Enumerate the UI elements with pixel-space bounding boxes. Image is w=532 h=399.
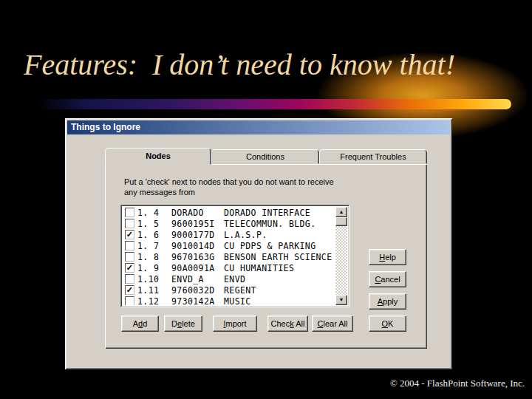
node-name: CU HUMANITIES [224, 263, 335, 273]
clear-all-button[interactable]: Clear All [312, 316, 353, 332]
tab-nodes-label: Nodes [146, 151, 171, 160]
list-item[interactable]: ✓ 1.11 9760032D REGENT [123, 284, 335, 296]
checkbox-checked[interactable]: ✓ [125, 285, 134, 295]
list-item[interactable]: 1.10 ENVD_A ENVD [123, 273, 335, 284]
node-number: 1. 5 [137, 219, 171, 229]
checkbox[interactable] [125, 296, 134, 305]
node-name: ENVD [224, 274, 335, 284]
checkbox[interactable] [125, 208, 134, 217]
node-number: 1. 4 [137, 208, 171, 218]
dialog-titlebar: Things to Ignore [67, 120, 450, 134]
node-number: 1.10 [137, 274, 171, 284]
checkbox[interactable] [125, 274, 134, 284]
tab-conditions[interactable]: Conditions [211, 149, 319, 164]
dialog-title: Things to Ignore [71, 122, 140, 132]
checkbox[interactable] [125, 241, 134, 250]
node-code: 9670163G [171, 252, 224, 262]
node-number: 1.12 [137, 296, 171, 306]
list-item[interactable]: ✓ 1. 9 90A0091A CU HUMANITIES [123, 262, 335, 273]
apply-button[interactable]: Apply [369, 293, 406, 310]
list-item[interactable]: 1. 8 9670163G BENSON EARTH SCIENCE [123, 251, 335, 262]
node-rows: 1. 4 DORADO DORADO INTERFACE 1. 5 960019… [123, 207, 335, 305]
node-name: L.A.S.P. [224, 230, 335, 240]
list-item[interactable]: 1. 5 9600195I TELECOMMUN. BLDG. [123, 218, 335, 229]
node-number: 1. 7 [137, 241, 171, 251]
import-button[interactable]: Import [213, 316, 257, 332]
check-all-button[interactable]: Check All [267, 316, 308, 332]
tab-frequent-troubles-label: Frequent Troubles [340, 152, 406, 161]
scroll-down-icon[interactable]: ▼ [335, 295, 347, 305]
checkbox-checked[interactable]: ✓ [125, 263, 134, 273]
node-code: 9730142A [171, 296, 224, 306]
instruction-line-1: Put a 'check' next to nodes that you do … [124, 177, 375, 187]
things-to-ignore-dialog: Things to Ignore Nodes Conditions Freque… [65, 118, 452, 369]
nodes-listbox[interactable]: 1. 4 DORADO DORADO INTERFACE 1. 5 960019… [120, 205, 349, 307]
node-code: 9010014D [171, 241, 224, 251]
node-number: 1.11 [137, 285, 171, 296]
slide-title: Features: I don’t need to know that! [24, 50, 455, 80]
node-code: 9760032D [171, 285, 224, 296]
scrollbar-thumb[interactable] [335, 217, 347, 226]
node-name: BENSON EARTH SCIENCE [224, 252, 335, 262]
node-code: 9000177D [171, 230, 224, 240]
add-button[interactable]: Add [121, 316, 159, 332]
node-code: 90A0091A [171, 263, 224, 273]
node-number: 1. 6 [137, 230, 171, 240]
node-number: 1. 8 [137, 252, 171, 262]
node-number: 1. 9 [137, 263, 171, 273]
node-code: 9600195I [171, 219, 224, 229]
vertical-scrollbar[interactable]: ▲ ▼ [335, 207, 347, 305]
node-code: DORADO [171, 208, 224, 218]
node-code: ENVD_A [171, 274, 224, 284]
ok-button[interactable]: OK [369, 316, 406, 332]
node-name: TELECOMMUN. BLDG. [224, 219, 335, 229]
tab-frequent-troubles[interactable]: Frequent Troubles [319, 149, 427, 164]
checkbox-checked[interactable]: ✓ [125, 230, 134, 239]
cancel-button[interactable]: Cancel [369, 271, 406, 287]
checkbox[interactable] [125, 252, 134, 262]
tab-conditions-label: Conditions [246, 152, 284, 161]
instruction-line-2: any messages from [124, 187, 375, 197]
checkbox[interactable] [125, 219, 134, 228]
node-name: REGENT [224, 285, 335, 296]
node-name: MUSIC [224, 296, 335, 306]
node-name: CU PDPS & PARKING [224, 241, 335, 251]
gradient-accent-bar [37, 99, 511, 109]
scroll-up-icon[interactable]: ▲ [335, 207, 347, 217]
copyright-footer: © 2004 - FlashPoint Software, Inc. [390, 378, 525, 389]
list-item[interactable]: 1.12 9730142A MUSIC [123, 296, 335, 305]
list-item[interactable]: ✓ 1. 6 9000177D L.A.S.P. [123, 229, 335, 240]
tab-nodes[interactable]: Nodes [105, 148, 211, 165]
node-name: DORADO INTERFACE [224, 208, 335, 218]
instruction-text: Put a 'check' next to nodes that you do … [124, 177, 375, 197]
list-item[interactable]: 1. 4 DORADO DORADO INTERFACE [123, 207, 335, 218]
list-item[interactable]: 1. 7 9010014D CU PDPS & PARKING [123, 240, 335, 251]
delete-button[interactable]: Delete [164, 316, 202, 332]
help-button[interactable]: Help [369, 249, 406, 265]
